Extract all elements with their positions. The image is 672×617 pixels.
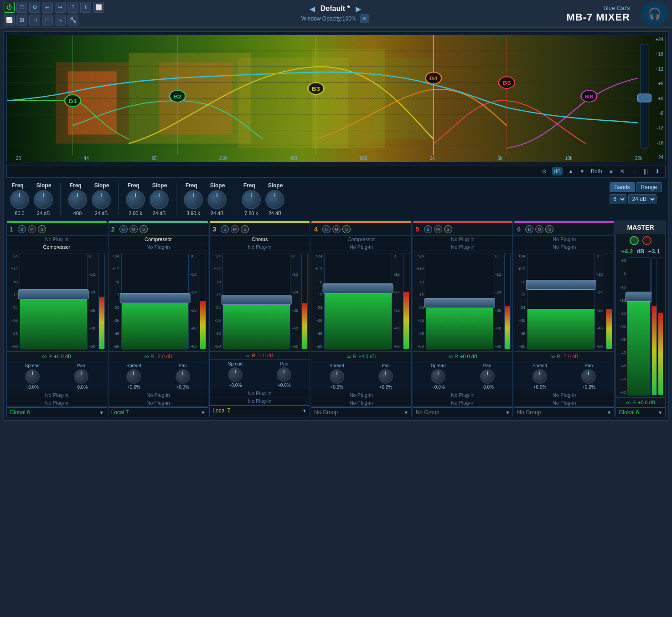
ch1-link-icon[interactable]: ∞ (42, 353, 47, 360)
ch6-group[interactable]: No Group ▼ (514, 407, 614, 417)
ch1-group[interactable]: Global 6 ▼ (7, 407, 107, 417)
ch2-bottom2[interactable]: No Plug-in (109, 399, 208, 407)
menu-button[interactable]: ☰ (16, 2, 27, 13)
ch1-slot1[interactable]: No Plug-in (7, 236, 107, 243)
ch2-link-icon[interactable]: ∞ (144, 353, 149, 360)
ch5-spread-knob[interactable] (431, 369, 445, 384)
bands-button[interactable]: Bands (610, 182, 635, 192)
ch1-pan-knob[interactable] (74, 369, 88, 384)
ch2-bottom1[interactable]: No Plug-in (109, 391, 208, 399)
ch4-fader-thumb[interactable] (323, 283, 393, 293)
band2-freq-knob[interactable] (68, 190, 87, 209)
ch5-fader-thumb[interactable] (424, 298, 495, 308)
ch1-bottom1[interactable]: No Plug-in (7, 391, 107, 399)
range-button[interactable]: Range (636, 182, 662, 192)
ch5-slot1[interactable]: No Plug-in (413, 236, 513, 243)
ch1-mute[interactable]: M (28, 225, 36, 233)
settings-button[interactable]: ⚙ (29, 2, 40, 13)
ch3-group[interactable]: Local 7 ▼ (210, 405, 310, 415)
master-fader[interactable] (627, 257, 651, 396)
power-button[interactable]: ⏻ (4, 2, 15, 13)
ch6-fader-thumb[interactable] (526, 280, 596, 290)
ch3-bottom2[interactable]: No Plug-in (210, 397, 310, 405)
ch2-fader-thumb[interactable] (120, 293, 191, 303)
range-select[interactable]: 24 dB12 dB48 dB (628, 194, 656, 204)
ch2-bypass[interactable]: B (119, 225, 128, 233)
ch2-group[interactable]: Local 7 ▼ (109, 407, 208, 417)
bands-count-select[interactable]: 6543 (610, 194, 626, 204)
ch4-solo[interactable]: S (342, 225, 351, 233)
ch6-bottom2[interactable]: No Plug-in (514, 399, 614, 407)
ch3-fader[interactable] (222, 253, 290, 350)
graph-button[interactable]: 📈 (4, 15, 15, 26)
ch5-bottom2[interactable]: No Plug-in (413, 399, 513, 407)
eye-button[interactable]: 👁 (360, 14, 369, 23)
grid-button[interactable]: ⊞ (16, 15, 27, 26)
master-group[interactable]: Global 6 ▼ (616, 407, 665, 417)
ch3-pan-knob[interactable] (277, 367, 291, 382)
both-label[interactable]: Both (589, 167, 604, 175)
wave-button[interactable]: ∿ (55, 15, 66, 26)
info-button[interactable]: ℹ (80, 2, 91, 13)
ch5-link-icon[interactable]: ∞ (448, 353, 453, 360)
triangle-icon[interactable]: ▲ (566, 167, 575, 175)
ch3-bypass[interactable]: B (221, 225, 229, 233)
ch2-slot2[interactable]: No Plug-in (109, 243, 208, 251)
ch2-pan-knob[interactable] (176, 369, 190, 384)
preset-prev[interactable]: ◀ (308, 5, 317, 13)
db-label[interactable]: dB (552, 167, 563, 175)
ch3-fader-thumb[interactable] (221, 295, 292, 305)
ch6-fader[interactable] (527, 253, 595, 350)
band5-freq-knob[interactable] (242, 190, 261, 209)
wrench-button[interactable]: 🔧 (67, 15, 78, 26)
ch2-slot1[interactable]: Compressor (109, 236, 208, 243)
dropdown-arrow[interactable]: ▾ (579, 167, 585, 175)
ch6-slot2[interactable]: No Plug-in (514, 243, 614, 251)
ch1-bottom2[interactable]: No Plug-in (7, 399, 107, 407)
ch1-bypass[interactable]: B (18, 225, 26, 233)
window-button[interactable]: ⬜ (93, 2, 104, 13)
ch6-mute[interactable]: M (535, 225, 543, 233)
ch6-slot1[interactable]: No Plug-in (514, 236, 614, 243)
ch3-solo[interactable]: S (241, 225, 249, 233)
master-link-l[interactable] (630, 236, 639, 245)
ch6-spread-knob[interactable] (532, 369, 547, 384)
ch6-bottom1[interactable]: No Plug-in (514, 391, 614, 399)
dots-icon[interactable]: ⁘ (630, 167, 638, 175)
redo-button[interactable]: ↪ (55, 2, 66, 13)
master-link-icon[interactable]: ∞ (626, 399, 631, 406)
ch4-bottom1[interactable]: No Plug-in (311, 391, 411, 399)
ch5-mute[interactable]: M (434, 225, 442, 233)
band4-freq-knob[interactable] (184, 190, 203, 209)
ch1-fader[interactable] (20, 253, 88, 350)
download-icon[interactable]: ⬇ (653, 167, 662, 175)
ch3-slot2[interactable]: No Plug-in (210, 243, 310, 251)
band1-freq-knob[interactable] (10, 190, 29, 209)
preset-next[interactable]: ▶ (354, 5, 363, 13)
spectrum-display[interactable]: B1 B2 B3 B4 B5 B6 +24+18+12+6 +0-6-12-18… (6, 35, 666, 162)
ch5-solo[interactable]: S (444, 225, 452, 233)
ch5-fader[interactable] (426, 253, 494, 350)
x-icon[interactable]: ✕ (618, 167, 626, 175)
ch5-pan-knob[interactable] (480, 369, 495, 384)
bars-icon[interactable]: ||| (642, 167, 650, 175)
band1-slope-knob[interactable] (34, 190, 53, 209)
band4-slope-knob[interactable] (207, 190, 227, 209)
ch4-group[interactable]: No Group ▼ (311, 407, 411, 417)
master-fader-thumb[interactable] (625, 292, 652, 302)
ch6-pan-knob[interactable] (581, 369, 596, 384)
ch1-slot2[interactable]: Compressor (7, 243, 107, 251)
ch4-spread-knob[interactable] (330, 369, 344, 384)
ch5-group[interactable]: No Group ▼ (413, 407, 513, 417)
lines-icon[interactable]: ≡ (608, 167, 615, 175)
ch4-bypass[interactable]: B (322, 225, 331, 233)
ch1-solo[interactable]: S (38, 225, 46, 233)
ch4-mute[interactable]: M (332, 225, 341, 233)
ch4-pan-knob[interactable] (378, 369, 393, 384)
ch4-bottom2[interactable]: No Plug-in (311, 399, 411, 407)
ch2-fader[interactable] (121, 253, 189, 350)
mono-r-button[interactable]: ⊢ (42, 15, 53, 26)
undo-button[interactable]: ↩ (42, 2, 53, 13)
ch1-spread-knob[interactable] (25, 369, 40, 384)
mono-l-button[interactable]: ⊣ (29, 15, 40, 26)
